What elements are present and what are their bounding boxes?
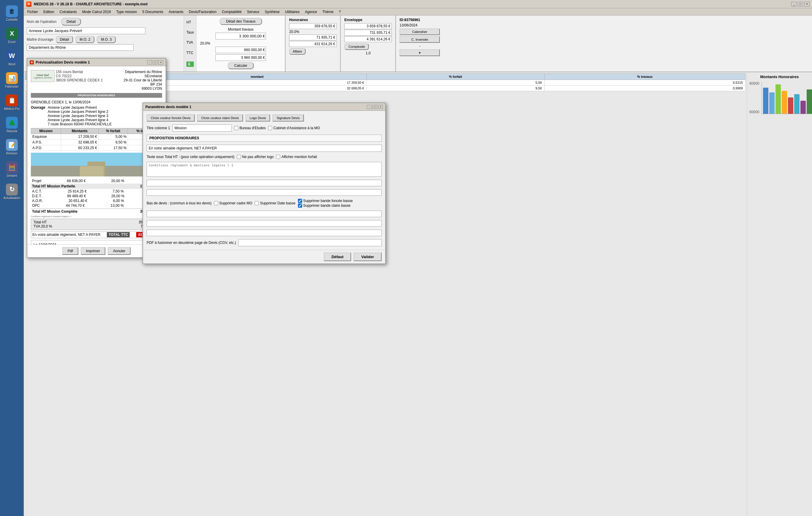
- color-light-button[interactable]: Choix couleur claire Devis: [197, 114, 243, 121]
- bureau-etudes-checkbox[interactable]: [234, 126, 238, 130]
- desktop-icon-actualisation[interactable]: ↻ Actualisation: [1, 181, 23, 202]
- validate-button[interactable]: Valider: [353, 252, 382, 261]
- company-name: Cmsi Sarl: [33, 74, 52, 77]
- mo2-button[interactable]: M.O. 2: [76, 36, 94, 43]
- ht-label: HT: [186, 20, 194, 24]
- op-name-label: Nom de l'opération: [27, 20, 56, 24]
- total-partial-label: Total HT Mission Partielle: [32, 184, 75, 188]
- suppr-bande-claire-label: Supprimer bande claire basse: [303, 203, 350, 208]
- menu-utilitaires[interactable]: Utilitaires: [283, 9, 302, 15]
- ttc-input[interactable]: [215, 54, 266, 61]
- menu-avenants[interactable]: Avenants: [166, 9, 186, 15]
- chart-bar-6: [801, 101, 806, 114]
- suppr-cadre-label: Supprimer cadre MO: [219, 201, 252, 205]
- menu-fichier[interactable]: Fichier: [25, 9, 40, 15]
- empty-field-5[interactable]: [147, 229, 382, 236]
- params-close-button[interactable]: ×: [378, 105, 383, 109]
- desktop-icon-medicis-pro[interactable]: 📋 Médicis Pro: [1, 92, 23, 113]
- default-button[interactable]: Défaut: [324, 252, 351, 261]
- honoraires-value1-input[interactable]: [289, 23, 337, 29]
- affaire-button[interactable]: Affaire: [289, 48, 306, 55]
- honoraires-title: Honoraires: [289, 18, 337, 22]
- desktop-icon-sequoia[interactable]: 🌲 Séquoia: [1, 114, 23, 135]
- preview-close-button[interactable]: ×: [158, 60, 163, 64]
- menu-mode-calcul[interactable]: Mode Calcul 2019: [80, 9, 113, 15]
- signature-button[interactable]: Signature Devis: [272, 114, 304, 121]
- reglement-input[interactable]: [147, 145, 382, 152]
- desktop-icon-faberplan[interactable]: 📊 Faberplan: [1, 70, 23, 90]
- close-button[interactable]: ×: [804, 2, 810, 6]
- enveloppe-value1-input[interactable]: [344, 23, 392, 29]
- enveloppe-value3-input[interactable]: [344, 36, 392, 42]
- desktop-icon-excel[interactable]: X Excel: [1, 25, 23, 46]
- pdf-merge-input[interactable]: [238, 239, 382, 246]
- desktop-icon-gestant[interactable]: 🧮 Gestant: [1, 159, 23, 180]
- cancel-preview-button[interactable]: Annuler: [108, 247, 130, 255]
- cinversee-button[interactable]: C. Inversée: [400, 36, 440, 43]
- title-col-input[interactable]: [172, 125, 232, 132]
- project-name-input[interactable]: [27, 27, 145, 34]
- enveloppe-value2-input[interactable]: [344, 30, 392, 36]
- tva-input[interactable]: [215, 47, 266, 53]
- travaux-box: Détail des Travaux Montant travaux 20.0%…: [197, 16, 286, 72]
- honoraires-value4-input[interactable]: [289, 41, 337, 47]
- menu-synthese[interactable]: Synthèse: [262, 9, 282, 15]
- complexite-button[interactable]: Complexité: [344, 44, 369, 50]
- cabinet-mo-checkbox[interactable]: [268, 126, 272, 130]
- minimize-button[interactable]: _: [791, 2, 796, 6]
- preview-forfait-0: 5,00 %: [98, 134, 127, 140]
- menu-help[interactable]: ?: [337, 9, 343, 15]
- desktop-icon-revision[interactable]: 📝 Révision: [1, 137, 23, 158]
- menu-agence[interactable]: Agence: [303, 9, 320, 15]
- suppr-date-checkbox[interactable]: [255, 201, 259, 205]
- travaux-detail-button[interactable]: Détail des Travaux: [220, 18, 262, 25]
- mo-detail-button[interactable]: Détail: [56, 36, 73, 43]
- suppr-bande-foncee-checkbox[interactable]: [298, 199, 302, 203]
- calendar-button[interactable]: Calendrier: [400, 29, 440, 35]
- e-badge: E: [186, 61, 194, 67]
- print-button[interactable]: Imprimer: [81, 247, 105, 255]
- honoraires-value3-input[interactable]: [289, 34, 337, 40]
- menu-5-documents[interactable]: 5 Documents: [140, 9, 166, 15]
- icon-label-excel: Excel: [8, 40, 16, 44]
- menu-comptabilite[interactable]: Comptabilité: [219, 9, 244, 15]
- mo3-button[interactable]: M.O. 3: [97, 36, 116, 43]
- op-detail-button[interactable]: Détail: [61, 18, 81, 26]
- params-minimize-button[interactable]: -: [367, 105, 372, 109]
- menu-edition[interactable]: Edition: [41, 9, 57, 15]
- desktop-icon-corbeille[interactable]: 🗑 Corbeille: [1, 3, 23, 24]
- chart-bar-1: [769, 92, 775, 114]
- suppr-bande-claire-checkbox[interactable]: [298, 203, 302, 208]
- menu-theme[interactable]: Thème: [320, 9, 336, 15]
- mention-forfait-checkbox[interactable]: [276, 155, 280, 159]
- th-montants: Montants: [61, 128, 98, 134]
- conditions-textarea[interactable]: [147, 162, 382, 177]
- calculer-button[interactable]: Calculer: [228, 62, 254, 69]
- preview-mission-1: A.P.S.: [31, 140, 61, 145]
- montant-travaux-input[interactable]: [215, 33, 266, 39]
- empty-field-3[interactable]: [147, 211, 382, 217]
- empty-field-1[interactable]: [147, 180, 382, 186]
- mo-name-input[interactable]: [27, 44, 134, 51]
- preview-maximize-button[interactable]: □: [153, 60, 157, 64]
- chart-title: Montants Honoraires: [749, 75, 810, 79]
- maximize-button[interactable]: □: [798, 2, 803, 6]
- menu-serveur[interactable]: Serveur: [244, 9, 262, 15]
- ttc-label: TTC: [186, 51, 194, 55]
- menu-cotraitants[interactable]: Cotraitants: [57, 9, 79, 15]
- preview-minimize-button[interactable]: -: [147, 60, 152, 64]
- menu-type-mission[interactable]: Type mission: [114, 9, 139, 15]
- empty-field-2[interactable]: [147, 189, 382, 196]
- suppr-cadre-checkbox[interactable]: [214, 201, 218, 205]
- logo-button[interactable]: Logo Devis: [245, 114, 270, 121]
- desktop-icon-word[interactable]: W Word: [1, 48, 23, 68]
- no-logo-checkbox[interactable]: [237, 155, 241, 159]
- plus-button[interactable]: +: [400, 49, 440, 56]
- params-content: Choix couleur foncée Devis Choix couleur…: [143, 111, 385, 250]
- pdf-button[interactable]: Pdf: [62, 247, 78, 255]
- empty-field-4[interactable]: [147, 220, 382, 227]
- color-dark-button[interactable]: Choix couleur foncée Devis: [147, 114, 195, 121]
- params-maximize-button[interactable]: □: [373, 105, 377, 109]
- menu-devis-facturation[interactable]: Devis/Facturation: [186, 9, 219, 15]
- honoraires-pct: 20.0%: [289, 30, 337, 34]
